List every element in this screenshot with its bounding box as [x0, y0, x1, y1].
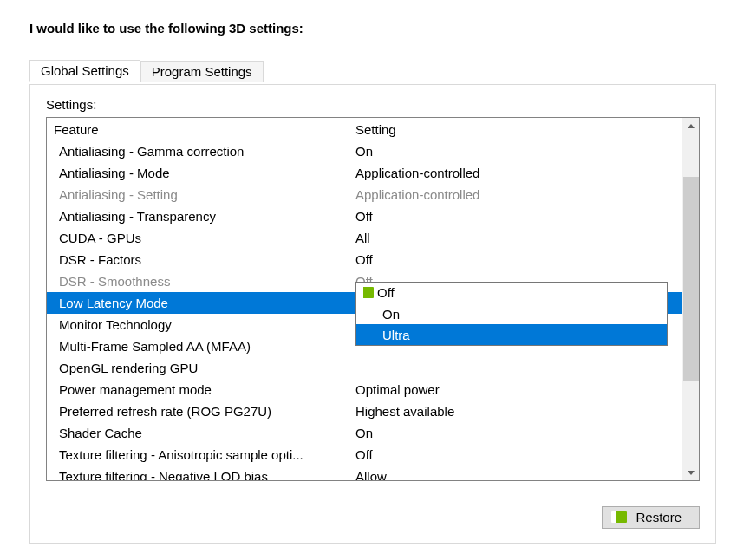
table-row[interactable]: Texture filtering - Anisotropic sample o…	[47, 444, 682, 466]
table-row[interactable]: Antialiasing - ModeApplication-controlle…	[47, 162, 682, 184]
feature-cell: Antialiasing - Gamma correction	[59, 144, 355, 159]
feature-cell: Texture filtering - Negative LOD bias	[59, 469, 355, 481]
table-row[interactable]: Antialiasing - Gamma correctionOn	[47, 140, 682, 162]
table-row[interactable]: DSR - FactorsOff	[47, 249, 682, 270]
table-row[interactable]: Shader CacheOn	[47, 422, 682, 444]
dropdown-option-on[interactable]: On	[356, 303, 667, 324]
setting-cell: Application-controlled	[355, 187, 682, 202]
setting-cell: Optimal power	[355, 382, 682, 397]
setting-cell: On	[355, 426, 682, 440]
grid-header-row: Feature Setting	[47, 118, 682, 140]
feature-cell: DSR - Factors	[59, 252, 355, 267]
scroll-up-arrow-icon[interactable]	[682, 118, 699, 133]
scroll-down-arrow-icon[interactable]	[682, 465, 699, 480]
feature-cell: Multi-Frame Sampled AA (MFAA)	[59, 339, 355, 354]
feature-cell: Shader Cache	[59, 426, 355, 440]
setting-cell: Off	[355, 447, 682, 462]
tab-program-settings[interactable]: Program Settings	[140, 61, 264, 82]
column-header-setting[interactable]: Setting	[355, 122, 682, 137]
feature-cell: Power management mode	[59, 382, 355, 397]
setting-cell: Application-controlled	[355, 166, 682, 180]
feature-cell: Monitor Technology	[59, 317, 355, 332]
restore-button-label: Restore	[636, 510, 682, 524]
scroll-thumb[interactable]	[683, 177, 699, 381]
table-row[interactable]: OpenGL rendering GPU	[47, 357, 682, 379]
feature-cell: OpenGL rendering GPU	[59, 361, 355, 375]
table-row[interactable]: Antialiasing - TransparencyOff	[47, 205, 682, 227]
table-row[interactable]: Preferred refresh rate (ROG PG27U)Highes…	[47, 400, 682, 422]
dropdown-option-label: Off	[377, 285, 395, 300]
vertical-scrollbar[interactable]	[682, 118, 699, 480]
dropdown-option-label: On	[367, 307, 400, 322]
feature-cell: CUDA - GPUs	[59, 231, 355, 245]
low-latency-dropdown: Off On Ultra	[355, 282, 668, 346]
setting-cell: Off	[355, 209, 682, 224]
nvidia-logo-icon	[611, 511, 627, 523]
setting-cell: Allow	[355, 469, 682, 481]
feature-cell: Low Latency Mode	[59, 296, 355, 310]
page-title: I would like to use the following 3D set…	[0, 0, 737, 36]
feature-cell: DSR - Smoothness	[59, 274, 355, 289]
restore-row: Restore	[602, 506, 700, 529]
dropdown-option-label: Ultra	[367, 328, 410, 342]
setting-cell: Off	[355, 252, 682, 267]
settings-label: Settings:	[46, 97, 700, 112]
setting-cell: Highest available	[355, 404, 682, 419]
table-row[interactable]: CUDA - GPUsAll	[47, 227, 682, 249]
feature-cell: Preferred refresh rate (ROG PG27U)	[59, 404, 355, 419]
settings-panel: Settings: Feature Setting Antialiasing -…	[29, 84, 716, 544]
column-header-feature[interactable]: Feature	[54, 122, 355, 137]
tab-global-settings[interactable]: Global Settings	[29, 60, 140, 82]
setting-cell: All	[355, 231, 682, 245]
dropdown-option-off[interactable]: Off	[356, 283, 667, 303]
nvidia-logo-icon	[358, 287, 374, 298]
tab-strip: Global SettingsProgram Settings	[29, 60, 737, 85]
restore-button[interactable]: Restore	[602, 506, 700, 529]
feature-cell: Antialiasing - Setting	[59, 187, 355, 202]
settings-grid: Feature Setting Antialiasing - Gamma cor…	[46, 117, 700, 481]
feature-cell: Antialiasing - Mode	[59, 166, 355, 180]
table-row[interactable]: Antialiasing - SettingApplication-contro…	[47, 184, 682, 205]
setting-cell: On	[355, 144, 682, 159]
feature-cell: Texture filtering - Anisotropic sample o…	[59, 447, 355, 462]
table-row[interactable]: Power management modeOptimal power	[47, 379, 682, 400]
dropdown-option-ultra[interactable]: Ultra	[356, 324, 667, 345]
table-row[interactable]: Texture filtering - Negative LOD biasAll…	[47, 466, 682, 481]
feature-cell: Antialiasing - Transparency	[59, 209, 355, 224]
grid-body: Feature Setting Antialiasing - Gamma cor…	[47, 118, 682, 480]
